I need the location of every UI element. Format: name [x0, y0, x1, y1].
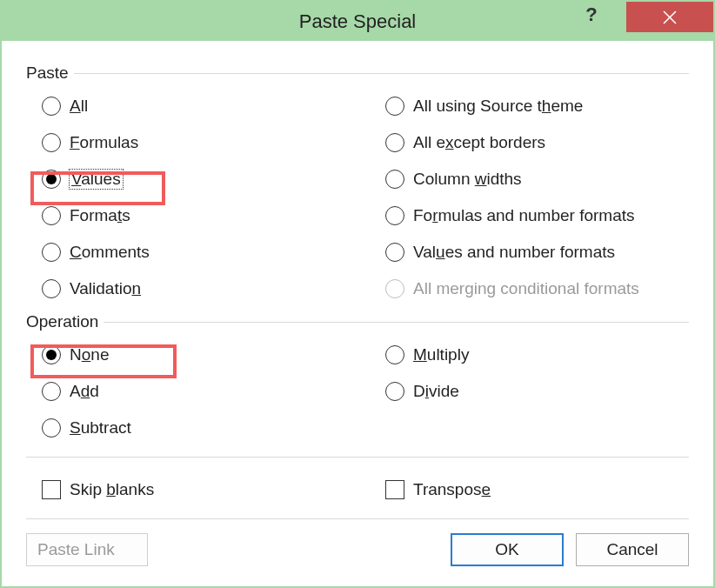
radio-indicator [385, 206, 404, 225]
radio-label: Divide [413, 382, 459, 401]
radio-indicator [42, 418, 61, 438]
paste-left-column: AllFormulasValuesFormatsCommentsValidati… [26, 88, 370, 307]
group-operation-label: Operation [26, 312, 104, 331]
radio-indicator [385, 97, 404, 116]
radio-indicator [42, 133, 61, 152]
radio-indicator [42, 206, 61, 225]
paste-special-dialog: Paste Special ? Paste AllFormulasValuesF… [0, 0, 715, 588]
radio-label: All using Source theme [413, 97, 583, 116]
checkbox-label: Skip blanks [70, 480, 154, 499]
radio-subtract[interactable]: Subtract [26, 410, 370, 446]
radio-label: Column widths [413, 170, 522, 189]
radio-validation[interactable]: Validation [26, 271, 370, 307]
radio-indicator [42, 279, 61, 298]
radio-label: Add [70, 382, 99, 401]
operation-right-column: MultiplyDivide [370, 337, 689, 446]
radio-comments[interactable]: Comments [26, 234, 370, 271]
radio-none[interactable]: None [26, 337, 370, 373]
radio-label: Multiply [413, 345, 469, 364]
radio-label: None [70, 345, 109, 364]
group-operation-header: Operation [26, 312, 689, 331]
dialog-body: Paste AllFormulasValuesFormatsCommentsVa… [2, 41, 713, 584]
radio-label: Values [70, 170, 123, 189]
radio-divide[interactable]: Divide [370, 373, 689, 410]
radio-label: Values and number formats [413, 243, 615, 262]
radio-add[interactable]: Add [26, 373, 370, 410]
group-operation-rule [104, 322, 689, 323]
checkbox-label: Transpose [413, 480, 491, 499]
radio-formulas-number-formats[interactable]: Formulas and number formats [370, 197, 689, 234]
radio-label: All [70, 97, 88, 116]
group-paste-header: Paste [26, 63, 689, 83]
ok-button[interactable]: OK [451, 533, 564, 566]
cancel-button[interactable]: Cancel [576, 533, 689, 566]
button-row: Paste Link OK Cancel [26, 533, 689, 566]
radio-multiply[interactable]: Multiply [370, 337, 689, 373]
radio-indicator [385, 279, 404, 298]
titlebar: Paste Special ? [2, 2, 713, 41]
radio-formats[interactable]: Formats [26, 197, 370, 234]
checkbox-box [42, 480, 61, 499]
radio-label: All merging conditional formats [413, 279, 639, 298]
radio-indicator [385, 170, 404, 189]
radio-indicator [42, 243, 61, 262]
radio-formulas[interactable]: Formulas [26, 124, 370, 161]
close-icon [662, 10, 678, 25]
radio-label: Comments [70, 243, 150, 262]
radio-indicator [42, 170, 61, 189]
radio-label: Formats [70, 206, 130, 225]
separator [26, 457, 689, 458]
paste-right-column: All using Source themeAll except borders… [370, 88, 689, 307]
group-paste-label: Paste [26, 63, 74, 83]
radio-all-source-theme[interactable]: All using Source theme [370, 88, 689, 124]
radio-values[interactable]: Values [26, 161, 370, 197]
radio-all-merging-conditional-formats: All merging conditional formats [370, 271, 689, 307]
radio-indicator [385, 243, 404, 262]
radio-column-widths[interactable]: Column widths [370, 161, 689, 197]
radio-label: Subtract [70, 418, 131, 438]
checkbox-transpose[interactable]: Transpose [370, 471, 689, 508]
radio-label: All except borders [413, 133, 545, 152]
radio-indicator [42, 97, 61, 116]
radio-all-except-borders[interactable]: All except borders [370, 124, 689, 161]
radio-indicator [385, 345, 404, 364]
radio-indicator [385, 382, 404, 401]
radio-indicator [42, 382, 61, 401]
radio-indicator [42, 345, 61, 364]
operation-left-column: NoneAddSubtract [26, 337, 370, 446]
separator [26, 518, 689, 519]
radio-label: Validation [70, 279, 141, 298]
paste-link-button: Paste Link [26, 533, 148, 566]
help-button[interactable]: ? [570, 2, 613, 32]
checkbox-skip-blanks[interactable]: Skip blanks [26, 471, 370, 508]
group-paste-rule [74, 73, 689, 74]
radio-label: Formulas and number formats [413, 206, 635, 225]
radio-indicator [385, 133, 404, 152]
radio-all[interactable]: All [26, 88, 370, 124]
radio-values-number-formats[interactable]: Values and number formats [370, 234, 689, 271]
checkbox-box [385, 480, 404, 499]
dialog-title: Paste Special [299, 10, 417, 33]
radio-label: Formulas [70, 133, 138, 152]
close-button[interactable] [626, 2, 713, 32]
